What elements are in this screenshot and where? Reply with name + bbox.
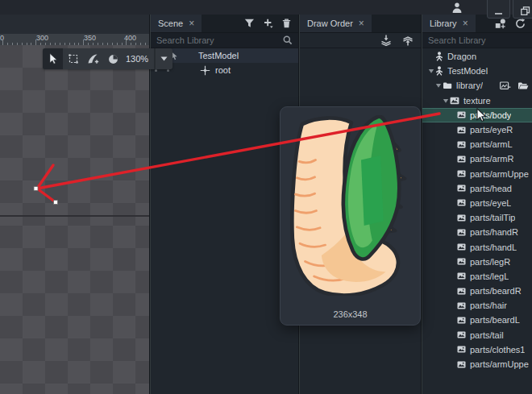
scene-search-placeholder: Search Library — [156, 35, 214, 45]
library-item[interactable]: texture — [422, 93, 532, 108]
library-item[interactable]: Dragon — [422, 49, 532, 64]
viewport-toolbar: 130% — [43, 48, 172, 69]
tab-scene-close-icon[interactable]: × — [189, 19, 194, 28]
library-item[interactable]: parts/legL — [422, 269, 532, 284]
image-icon — [457, 199, 466, 206]
filter-icon[interactable] — [244, 19, 255, 28]
image-icon — [457, 141, 466, 148]
folder-icon — [443, 81, 452, 89]
canvas-viewport[interactable]: 0300350400 130% — [0, 15, 149, 394]
library-item-label: parts/clothes1 — [470, 345, 525, 355]
library-item[interactable]: parts/handL — [422, 239, 532, 254]
scene-row-root-bone[interactable]: root — [151, 63, 298, 77]
scene-tabbar: Scene × — [151, 15, 298, 33]
library-item[interactable]: parts/eyeL — [422, 196, 532, 210]
library-item-label: parts/handL — [470, 243, 517, 252]
ruler-tick — [35, 39, 36, 45]
draw-order-toolbar — [300, 33, 421, 48]
user-account-icon[interactable] — [451, 2, 463, 14]
library-item[interactable]: parts/tail — [422, 328, 532, 342]
texture-preview-tooltip: 236x348 — [280, 106, 421, 326]
library-item[interactable]: parts/clothes1 — [422, 342, 532, 357]
texture-preview-image — [290, 115, 411, 296]
open-folder-icon[interactable] — [517, 81, 529, 90]
add-image-icon[interactable] — [500, 81, 511, 90]
preview-size-label: 236x348 — [281, 309, 420, 319]
bring-forward-icon[interactable] — [402, 35, 414, 46]
library-item[interactable]: parts/body — [422, 108, 532, 122]
library-search-input[interactable]: Search Library — [422, 33, 532, 48]
library-search-placeholder: Search Library — [428, 35, 486, 45]
search-icon — [283, 35, 293, 45]
tab-scene[interactable]: Scene × — [151, 15, 202, 32]
image-icon — [457, 346, 466, 353]
library-item-label: parts/body — [470, 110, 511, 120]
scene-search-input[interactable]: Search Library — [151, 33, 298, 48]
image-icon — [457, 126, 466, 134]
library-item[interactable]: parts/armL — [422, 137, 532, 151]
library-item[interactable]: parts/head — [422, 181, 532, 196]
library-item[interactable]: library/ — [422, 78, 532, 93]
library-item-label: parts/tail — [470, 330, 504, 340]
library-item[interactable]: parts/armR — [422, 151, 532, 166]
checkerboard-stage[interactable] — [0, 45, 149, 394]
add-icon[interactable] — [264, 19, 273, 28]
ruler-label: 350 — [84, 34, 96, 42]
image-icon — [457, 214, 466, 222]
library-item-label: parts/beardL — [470, 315, 520, 325]
stage-axis-line — [0, 215, 149, 217]
zoom-dropdown-button[interactable] — [154, 48, 172, 69]
library-item[interactable]: parts/armUpperR — [422, 167, 532, 181]
library-item[interactable]: parts/legR — [422, 255, 532, 269]
tab-scene-label: Scene — [158, 19, 183, 28]
library-item[interactable]: parts/eyeR — [422, 122, 532, 137]
image-icon — [457, 156, 466, 163]
image-icon — [457, 111, 466, 118]
trash-icon[interactable] — [282, 19, 291, 28]
select-tool-button[interactable] — [43, 48, 63, 69]
library-item-label: parts/tailTip — [470, 213, 515, 222]
expander-icon[interactable] — [426, 68, 435, 74]
library-item[interactable]: TestModel — [422, 64, 532, 78]
library-item[interactable]: parts/beardL — [422, 313, 532, 327]
ruler-tick — [126, 39, 127, 45]
image-icon — [457, 170, 466, 177]
library-item-label: parts/head — [470, 184, 512, 193]
image-icon — [457, 243, 466, 251]
draw-order-tabbar: Draw Order × — [300, 15, 421, 33]
tab-library-close-icon[interactable]: × — [463, 19, 468, 28]
library-item[interactable]: parts/handR — [422, 225, 532, 239]
library-item-label: Dragon — [447, 52, 476, 61]
scene-row-armature[interactable]: TestModel — [151, 48, 298, 63]
library-item-label: parts/armUpperR — [470, 169, 529, 179]
image-icon — [457, 317, 466, 324]
tab-draw-order-label: Draw Order — [307, 19, 353, 28]
tab-draw-order-close-icon[interactable]: × — [359, 19, 364, 28]
brush-tool-button[interactable] — [83, 48, 103, 69]
library-item-label: parts/legL — [470, 272, 509, 281]
image-icon — [457, 258, 466, 265]
image-icon — [457, 288, 466, 295]
library-item-label: parts/hair — [470, 301, 507, 310]
image-icon — [457, 361, 466, 368]
expander-icon[interactable] — [441, 97, 450, 104]
zoom-level: 130% — [123, 54, 154, 64]
refresh-icon[interactable] — [515, 19, 526, 29]
library-item[interactable]: parts/hair — [422, 298, 532, 313]
contrast-tool-button[interactable] — [103, 48, 123, 69]
scene-panel: Scene × Search Library — [150, 15, 298, 394]
tab-library[interactable]: Library × — [422, 15, 476, 32]
minimize-button[interactable] — [487, 0, 510, 19]
transform-tool-button[interactable] — [63, 48, 83, 69]
library-item[interactable]: parts/tailTip — [422, 210, 532, 225]
library-item-label: parts/eyeR — [470, 125, 513, 135]
atlas-icon[interactable] — [495, 19, 506, 29]
library-item-label: TestModel — [447, 66, 488, 76]
restore-button[interactable] — [513, 0, 532, 19]
library-item[interactable]: parts/beardR — [422, 284, 532, 298]
image-icon — [457, 229, 466, 236]
tab-draw-order[interactable]: Draw Order × — [300, 15, 372, 32]
library-item[interactable]: parts/armUpperL — [422, 357, 532, 371]
send-backward-icon[interactable] — [380, 35, 392, 46]
expander-icon[interactable] — [434, 82, 443, 89]
